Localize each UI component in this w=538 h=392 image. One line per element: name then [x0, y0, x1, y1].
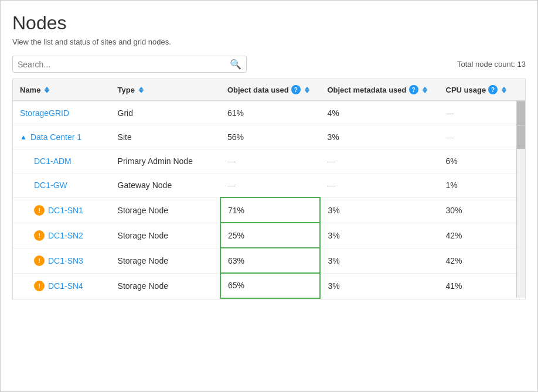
sort-down-name[interactable]	[45, 90, 49, 93]
scrollbar-header	[516, 79, 525, 101]
cell-cpu: —	[439, 125, 517, 149]
warning-icon: !	[34, 230, 45, 241]
cell-object-data: —	[220, 173, 320, 198]
sort-down-object-data[interactable]	[305, 90, 309, 93]
scrollbar-cell	[516, 149, 525, 173]
cell-name: StorageGRID	[13, 101, 111, 125]
cell-type: Primary Admin Node	[111, 149, 220, 173]
col-header-object-meta[interactable]: Object metadata used ?	[320, 79, 438, 101]
cpu-help-icon[interactable]: ?	[488, 85, 498, 94]
node-name-link[interactable]: DC1-GW	[34, 180, 67, 190]
node-name-cell: !DC1-SN4	[20, 281, 104, 291]
sort-up-cpu[interactable]	[502, 87, 506, 90]
cell-object-data: 61%	[220, 101, 320, 125]
cell-cpu: 41%	[439, 273, 517, 298]
cell-cpu: 6%	[439, 149, 517, 173]
table-row: !DC1-SN4Storage Node65%3%41%	[13, 273, 525, 298]
dash-object-meta: —	[327, 180, 335, 190]
cell-cpu: 30%	[439, 197, 517, 223]
node-name-link[interactable]: Data Center 1	[30, 132, 81, 142]
sort-arrows-name[interactable]	[45, 87, 49, 93]
node-name-cell: DC1-GW	[20, 180, 104, 190]
warning-icon: !	[34, 255, 45, 266]
table-row: DC1-ADMPrimary Admin Node——6%	[13, 149, 525, 173]
col-header-cpu[interactable]: CPU usage ?	[439, 79, 517, 101]
node-name-cell: !DC1-SN3	[20, 255, 104, 266]
nodes-table-wrapper: Name Type	[12, 79, 526, 299]
dash-object-meta: —	[327, 156, 335, 166]
cell-object-data: 65%	[220, 273, 320, 298]
col-header-name[interactable]: Name	[13, 79, 111, 101]
node-name-link[interactable]: DC1-SN1	[48, 206, 83, 215]
node-name-link[interactable]: StorageGRID	[20, 108, 69, 118]
object-data-help-icon[interactable]: ?	[291, 85, 301, 94]
cell-object-meta: —	[320, 149, 438, 173]
cell-type: Grid	[111, 101, 220, 125]
sort-down-type[interactable]	[139, 90, 144, 93]
cell-type: Storage Node	[111, 248, 220, 273]
dash-object-data: —	[227, 180, 236, 190]
node-name-link[interactable]: DC1-SN4	[48, 281, 83, 291]
col-object-data-label: Object data used	[227, 86, 289, 94]
page-title: Nodes	[12, 12, 526, 34]
node-name-cell: !DC1-SN2	[20, 230, 104, 241]
table-row: !DC1-SN2Storage Node25%3%42%	[13, 223, 525, 248]
cell-name: !DC1-SN3	[13, 248, 111, 273]
col-header-type[interactable]: Type	[111, 79, 220, 101]
sort-up-object-meta[interactable]	[423, 87, 427, 90]
cell-object-data: 25%	[220, 223, 320, 248]
table-row: ▲Data Center 1Site56%3%—	[13, 125, 525, 149]
scrollbar-cell	[516, 223, 525, 248]
search-box[interactable]: 🔍	[12, 56, 247, 73]
search-input[interactable]	[18, 60, 230, 69]
cell-cpu: —	[439, 101, 517, 125]
collapse-icon[interactable]: ▲	[20, 133, 27, 141]
page-subtitle: View the list and status of sites and gr…	[12, 38, 526, 46]
col-object-meta-label: Object metadata used	[327, 86, 406, 94]
table-header-row: Name Type	[13, 79, 525, 101]
scrollbar-cell	[516, 101, 525, 125]
sort-up-object-data[interactable]	[305, 87, 309, 90]
cell-object-data: 71%	[220, 197, 320, 223]
cell-name: !DC1-SN2	[13, 223, 111, 248]
cell-object-data: 63%	[220, 248, 320, 273]
sort-arrows-type[interactable]	[139, 87, 144, 93]
sort-up-name[interactable]	[45, 87, 49, 90]
nodes-table: Name Type	[13, 79, 525, 299]
sort-arrows-object-meta[interactable]	[423, 87, 427, 93]
node-name-link[interactable]: DC1-ADM	[34, 156, 71, 166]
cell-type: Gateway Node	[111, 173, 220, 198]
warning-icon: !	[34, 281, 45, 291]
warning-icon: !	[34, 205, 45, 216]
table-row: DC1-GWGateway Node——1%	[13, 173, 525, 198]
sort-arrows-cpu[interactable]	[502, 87, 506, 93]
sort-down-object-meta[interactable]	[423, 90, 427, 93]
cell-object-meta: —	[320, 173, 438, 198]
col-header-object-data[interactable]: Object data used ?	[220, 79, 320, 101]
dash-cpu: —	[446, 132, 454, 142]
sort-down-cpu[interactable]	[502, 90, 506, 93]
object-meta-help-icon[interactable]: ?	[409, 85, 418, 94]
cell-object-meta: 3%	[320, 248, 438, 273]
cell-name: ▲Data Center 1	[13, 125, 111, 149]
cell-name: !DC1-SN4	[13, 273, 111, 298]
cell-object-meta: 3%	[320, 223, 438, 248]
cell-object-data: 56%	[220, 125, 320, 149]
node-name-link[interactable]: DC1-SN2	[48, 231, 83, 240]
dash-cpu: —	[446, 108, 454, 118]
scrollbar-cell	[516, 273, 525, 298]
col-name-label: Name	[20, 86, 40, 94]
cell-object-meta: 3%	[320, 197, 438, 223]
sort-arrows-object-data[interactable]	[305, 87, 309, 93]
toolbar: 🔍 Total node count: 13	[12, 56, 526, 73]
cell-cpu: 42%	[439, 223, 517, 248]
node-name-link[interactable]: DC1-SN3	[48, 256, 83, 265]
cell-cpu: 42%	[439, 248, 517, 273]
col-type-label: Type	[118, 86, 135, 94]
cell-type: Storage Node	[111, 197, 220, 223]
sort-up-type[interactable]	[139, 87, 144, 90]
cell-object-meta: 3%	[320, 273, 438, 298]
cell-name: DC1-ADM	[13, 149, 111, 173]
scrollbar-cell	[516, 125, 525, 149]
dash-object-data: —	[227, 156, 236, 166]
